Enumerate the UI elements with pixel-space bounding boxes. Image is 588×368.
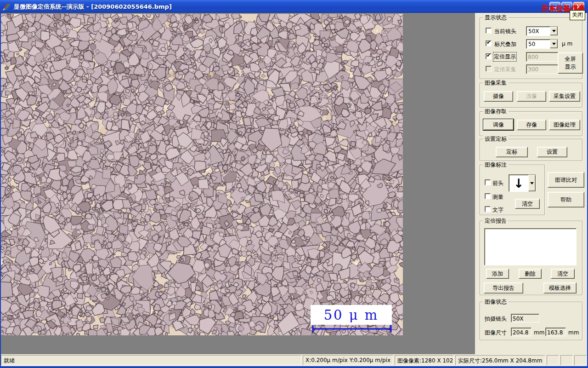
microscope-image[interactable] bbox=[1, 14, 403, 335]
current-lens-checkbox[interactable] bbox=[486, 28, 492, 34]
status-scale-xy: X:0.200μ m/pix Y:0.200μ m/pix bbox=[303, 355, 393, 365]
arrow-style-dropdown-button[interactable] bbox=[528, 175, 536, 191]
current-lens-label: 当前镜头 bbox=[494, 28, 516, 35]
status-empty-2 bbox=[560, 355, 573, 365]
fixed-capture-input[interactable]: 300 bbox=[526, 64, 558, 74]
arrow-checkbox[interactable] bbox=[485, 179, 491, 185]
group-display-status: 显示状态 当前镜头 50X 标尺叠加 50 μ m 定倍显示 800 定倍采集 … bbox=[480, 17, 582, 79]
image-workspace: 50 μ m bbox=[1, 13, 475, 354]
scale-bar-label: 50 μ m bbox=[311, 305, 392, 325]
image-height-field: 163.8 bbox=[545, 328, 566, 336]
chevron-down-icon bbox=[552, 30, 556, 32]
window-border-left bbox=[0, 13, 1, 368]
report-add-button[interactable]: 添加 bbox=[486, 269, 509, 279]
app-icon bbox=[3, 2, 11, 11]
ruler-overlay-label: 标尺叠加 bbox=[494, 40, 516, 48]
group-image-status: 图像状态 拍摄镜头 50X 图像尺寸 204.8 mm 163.8 mm bbox=[480, 302, 582, 340]
annotation-clear-button[interactable]: 清空 bbox=[515, 199, 540, 209]
down-arrow-icon: ↓ bbox=[509, 175, 528, 191]
status-bar: 就绪 X:0.200μ m/pix Y:0.200μ m/pix 图像像素:12… bbox=[1, 354, 587, 366]
group-image-capture-legend: 图像采集 bbox=[483, 80, 509, 86]
scale-bar-line bbox=[311, 325, 392, 333]
image-width-unit: mm bbox=[534, 329, 544, 336]
group-report: 定倍报告 添加 删除 清空 导出报告 模板选择 bbox=[480, 221, 582, 295]
window-title: 显微图像定倍系统--演示版 - [20090602055646.bmp] bbox=[14, 3, 172, 11]
fixed-capture-label: 定倍采集 bbox=[494, 66, 516, 74]
title-bar: 显微图像定倍系统--演示版 - [20090602055646.bmp] × bbox=[0, 0, 588, 13]
text-checkbox[interactable] bbox=[485, 206, 491, 212]
fullscreen-button[interactable]: 全屏 显示 bbox=[558, 52, 583, 74]
fixed-display-checkbox[interactable] bbox=[486, 53, 492, 59]
fixed-display-label: 定倍显示 bbox=[494, 53, 516, 61]
template-select-button[interactable]: 模板选择 bbox=[543, 282, 577, 293]
freeze-button[interactable]: 冻像 bbox=[517, 91, 546, 102]
group-report-legend: 定倍报告 bbox=[483, 218, 509, 224]
lens-value-field: 50X bbox=[511, 314, 539, 322]
image-height-unit: mm bbox=[568, 329, 579, 336]
group-image-status-legend: 图像状态 bbox=[483, 299, 509, 305]
ruler-size-dropdown-button[interactable] bbox=[550, 40, 558, 48]
shoot-button[interactable]: 摄像 bbox=[484, 91, 513, 102]
report-delete-button[interactable]: 删除 bbox=[519, 269, 542, 279]
calibration-setup-button[interactable]: 设置 bbox=[537, 147, 567, 157]
chevron-down-icon bbox=[552, 43, 556, 45]
current-lens-value: 50X bbox=[526, 27, 550, 35]
current-lens-dropdown-button[interactable] bbox=[550, 27, 558, 35]
image-size-label: 图像尺寸 bbox=[485, 329, 507, 337]
status-actual-size: 实际尺寸:256.0mm X 204.8mm bbox=[455, 355, 545, 365]
capture-settings-button[interactable]: 采集设置 bbox=[549, 91, 580, 102]
save-image-button[interactable]: 存像 bbox=[517, 120, 546, 130]
text-label: 文字 bbox=[492, 206, 503, 214]
group-calibration-legend: 设置定标 bbox=[483, 136, 509, 142]
status-empty-3 bbox=[574, 355, 587, 365]
atlas-compare-button[interactable]: 图谱比对 bbox=[548, 172, 584, 188]
group-annotation: 图像标注 箭头 ↓ 测量 文字 清空 bbox=[480, 165, 545, 215]
group-annotation-legend: 图像标注 bbox=[483, 161, 509, 168]
fixed-display-input[interactable]: 800 bbox=[526, 52, 558, 62]
chevron-down-icon bbox=[530, 182, 534, 184]
measure-label: 测量 bbox=[492, 193, 503, 201]
group-calibration: 设置定标 定标 设置 bbox=[480, 139, 582, 161]
control-panel: 显示状态 当前镜头 50X 标尺叠加 50 μ m 定倍显示 800 定倍采集 … bbox=[475, 13, 587, 354]
status-image-pixels: 图像像素:1280 X 1024 bbox=[395, 355, 454, 365]
lens-label: 拍摄镜头 bbox=[485, 315, 507, 323]
help-button[interactable]: 帮助 bbox=[548, 192, 584, 207]
report-listbox[interactable] bbox=[484, 228, 577, 265]
ruler-overlay-checkbox[interactable] bbox=[486, 40, 492, 46]
measure-checkbox[interactable] bbox=[485, 193, 491, 199]
ruler-unit-label: μ m bbox=[562, 40, 572, 47]
calibrate-button[interactable]: 定标 bbox=[496, 147, 528, 157]
close-tooltip: 关闭 bbox=[570, 10, 585, 20]
ruler-size-combo[interactable]: 50 bbox=[526, 39, 558, 49]
status-ready: 就绪 bbox=[1, 355, 301, 365]
image-process-button[interactable]: 图像处理 bbox=[549, 120, 580, 130]
group-display-status-legend: 显示状态 bbox=[483, 14, 509, 21]
ruler-size-value: 50 bbox=[526, 40, 550, 48]
export-report-button[interactable]: 导出报告 bbox=[484, 282, 523, 293]
window-border-bottom bbox=[0, 366, 588, 368]
current-lens-combo[interactable]: 50X bbox=[526, 26, 558, 36]
arrow-label: 箭头 bbox=[492, 179, 503, 187]
group-image-capture: 图像采集 摄像 冻像 采集设置 bbox=[480, 83, 582, 108]
status-empty-1 bbox=[547, 355, 559, 365]
group-image-storage-legend: 图像存取 bbox=[483, 108, 509, 115]
report-clear-button[interactable]: 清空 bbox=[551, 269, 575, 279]
group-image-storage: 图像存取 调像 存像 图像处理 bbox=[480, 111, 582, 136]
load-image-button[interactable]: 调像 bbox=[483, 119, 514, 130]
image-width-field: 204.8 bbox=[511, 328, 531, 336]
fixed-capture-checkbox[interactable] bbox=[486, 66, 492, 72]
arrow-style-combo[interactable]: ↓ bbox=[509, 174, 536, 192]
